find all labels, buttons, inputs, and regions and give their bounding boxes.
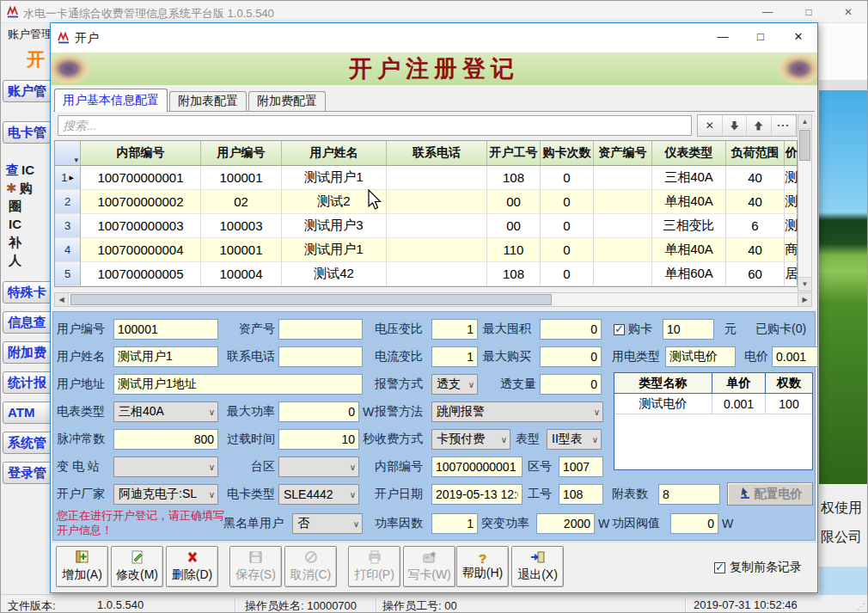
table-row[interactable]: 2 100700000002 02 测试2 00 0 单相40A 40 测 [55, 190, 797, 214]
search-more-button[interactable]: ··· [772, 115, 796, 136]
substation-select[interactable] [113, 457, 218, 477]
add-button[interactable]: 增加(A) [56, 546, 108, 587]
max-buy-input[interactable] [540, 346, 602, 367]
max-power-input[interactable] [278, 402, 359, 422]
sidebar-tree-item[interactable]: IC [3, 215, 51, 233]
open-date-input[interactable] [431, 484, 523, 505]
user-name-input[interactable] [113, 346, 218, 367]
sidebar-tree-item[interactable]: 补 [3, 233, 51, 251]
sidebar-button[interactable]: ATM [3, 402, 51, 424]
tab-attached-meter-config[interactable]: 附加表配置 [169, 91, 247, 111]
row-number-cell[interactable]: 5 [55, 262, 81, 286]
horizontal-scrollbar[interactable]: ◀ ▶ [54, 292, 812, 307]
vertical-scrollbar[interactable]: ▲ ▼ [798, 114, 812, 291]
header-load-range[interactable]: 负荷范围 [726, 141, 785, 165]
pf-threshold-input[interactable] [670, 513, 718, 534]
print-button[interactable]: 打印(P) [348, 546, 400, 587]
config-price-button[interactable]: 配置电价 [727, 482, 813, 506]
search-down-button[interactable] [723, 115, 748, 136]
price-header-unit-price[interactable]: 单价 [712, 373, 766, 393]
power-factor-input[interactable] [431, 513, 478, 534]
header-selector[interactable]: ▾ [55, 141, 81, 165]
scroll-left-icon[interactable]: ◀ [55, 293, 69, 306]
buy-card-amount-input[interactable] [663, 319, 714, 340]
user-no-input[interactable] [113, 319, 218, 340]
tab-user-basic-info[interactable]: 用户基本信息配置 [54, 89, 168, 112]
sidebar-button[interactable]: 登录管 [3, 462, 51, 484]
buy-card-checkbox[interactable] [614, 324, 625, 335]
copy-previous-checkbox[interactable] [714, 562, 725, 573]
resize-grip[interactable]: ⋰ [857, 602, 866, 611]
main-maximize-button[interactable]: □ [790, 1, 828, 23]
district-select[interactable] [278, 457, 359, 477]
sidebar-tree-item[interactable]: 人 [3, 251, 51, 269]
meter-model-select[interactable]: II型表 [547, 429, 602, 450]
sidebar-tree-item[interactable]: 查IC [3, 161, 51, 179]
blacklist-select[interactable]: 否 [292, 513, 363, 534]
alarm-mode-select[interactable]: 透支 [431, 374, 478, 395]
write-card-button[interactable]: 写卡(W) [403, 546, 455, 587]
main-minimize-button[interactable]: — [749, 1, 786, 23]
internal-no-input[interactable] [431, 457, 523, 477]
main-close-button[interactable]: ✕ [829, 1, 867, 23]
header-user-name[interactable]: 用户姓名 [282, 141, 387, 165]
header-internal-no[interactable]: 内部编号 [81, 141, 201, 165]
header-open-staff[interactable]: 开户工号 [487, 141, 541, 165]
row-number-cell[interactable]: 3 [55, 214, 81, 238]
attached-meters-input[interactable] [658, 484, 720, 505]
save-button[interactable]: 保存(S) [229, 546, 282, 587]
current-ratio-input[interactable] [431, 346, 478, 367]
elec-type-input[interactable] [665, 346, 736, 367]
address-input[interactable] [113, 374, 363, 395]
sidebar-button[interactable]: 电卡管 [3, 121, 51, 144]
dialog-maximize-button[interactable]: □ [742, 23, 779, 51]
alarm-method-select[interactable]: 跳闸报警 [431, 402, 603, 422]
sidebar-button[interactable]: 附加费 [3, 341, 51, 364]
search-up-button[interactable] [747, 115, 772, 136]
dialog-minimize-button[interactable]: — [704, 23, 742, 51]
price-table-row[interactable]: 测试电价 0.001 100 [614, 394, 812, 414]
modify-button[interactable]: 修改(M) [111, 546, 163, 587]
card-type-select[interactable]: SLE4442 [278, 484, 359, 505]
overload-time-input[interactable] [278, 429, 359, 450]
vertical-scroll-thumb[interactable] [799, 130, 810, 161]
zone-no-input[interactable] [559, 457, 603, 477]
header-user-no[interactable]: 用户编号 [201, 141, 282, 165]
meter-type-select[interactable]: 三相40A [113, 402, 218, 422]
unit-price-input[interactable] [772, 346, 818, 367]
search-clear-button[interactable]: ✕ [698, 115, 723, 136]
row-number-cell[interactable]: 1 [55, 166, 81, 190]
table-row[interactable]: 5 100700000005 100004 测试42 108 0 单相60A 6… [55, 262, 797, 286]
search-input[interactable] [58, 115, 692, 136]
table-row[interactable]: 1 100700000001 100001 测试用户1 108 0 三相40A … [55, 166, 797, 190]
dialog-titlebar[interactable]: 开户 — □ ✕ [51, 23, 817, 52]
help-button[interactable]: ? 帮助(H) [456, 546, 509, 587]
max-hoard-input[interactable] [540, 319, 602, 340]
sidebar-button[interactable]: 特殊卡 [3, 281, 51, 303]
header-contact[interactable]: 联系电话 [387, 141, 487, 165]
sidebar-button[interactable]: 统计报 [3, 371, 51, 394]
toolbar-open-account-fragment[interactable]: 开 [27, 47, 45, 71]
cancel-button[interactable]: 取消(C) [284, 546, 337, 587]
row-number-cell[interactable]: 2 [55, 190, 81, 214]
price-header-weight[interactable]: 权数 [766, 373, 812, 393]
header-price-partial[interactable]: 价 [785, 141, 798, 165]
scroll-up-icon[interactable]: ▲ [798, 115, 811, 129]
overdraft-input[interactable] [540, 374, 602, 395]
table-row[interactable]: 4 100700000004 100001 测试用户1 110 0 单相40A … [55, 238, 797, 262]
price-header-type[interactable]: 类型名称 [614, 373, 712, 393]
asset-no-input[interactable] [278, 319, 363, 340]
delete-button[interactable]: 删除(D) [166, 546, 218, 587]
menu-account-management[interactable]: 账户管理 [8, 27, 52, 42]
dialog-close-button[interactable]: ✕ [779, 23, 817, 51]
sidebar-button[interactable]: 信息查 [3, 311, 51, 334]
header-meter-type[interactable]: 仪表类型 [652, 141, 726, 165]
pulse-const-input[interactable] [113, 429, 218, 450]
scroll-right-icon[interactable]: ▶ [798, 293, 811, 306]
tab-surcharge-config[interactable]: 附加费配置 [248, 91, 326, 111]
voltage-ratio-input[interactable] [431, 319, 478, 340]
sidebar-button[interactable]: 系统管 [3, 432, 51, 454]
sidebar-tree-item[interactable]: 圈 [3, 197, 51, 215]
pay-mode-select[interactable]: 卡预付费 [431, 429, 510, 450]
staff-no-input[interactable] [559, 484, 603, 505]
